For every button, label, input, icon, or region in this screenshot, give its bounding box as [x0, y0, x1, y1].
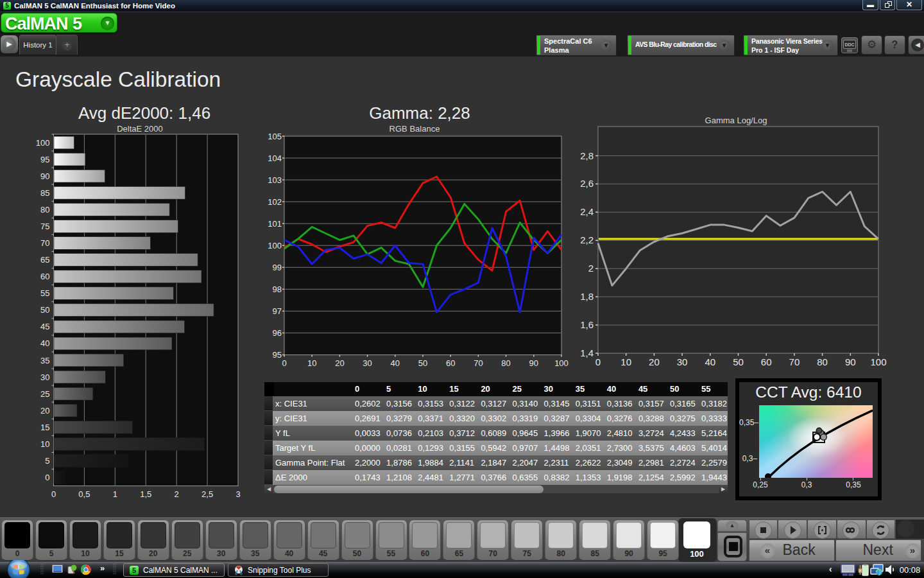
svg-text:0: 0 [51, 489, 56, 499]
svg-text:1: 1 [113, 489, 117, 499]
svg-text:96: 96 [273, 328, 282, 338]
svg-text:10: 10 [40, 439, 49, 449]
svg-text:80: 80 [817, 356, 828, 367]
svg-text:0: 0 [282, 358, 286, 368]
svg-text:40: 40 [705, 356, 715, 367]
svg-text:70: 70 [40, 238, 49, 248]
svg-text:101: 101 [268, 219, 282, 229]
svg-text:1,8: 1,8 [580, 291, 594, 302]
svg-text:30: 30 [677, 356, 688, 367]
svg-text:60: 60 [40, 272, 49, 281]
svg-text:3: 3 [235, 489, 240, 499]
svg-text:0: 0 [595, 356, 601, 367]
svg-text:60: 60 [761, 356, 772, 367]
svg-text:75: 75 [40, 222, 49, 231]
svg-text:95: 95 [273, 350, 282, 360]
svg-text:20: 20 [335, 358, 344, 368]
svg-text:15: 15 [40, 423, 49, 432]
svg-text:104: 104 [268, 153, 282, 163]
svg-text:1,5: 1,5 [140, 489, 151, 499]
svg-text:100: 100 [554, 358, 569, 368]
svg-text:55: 55 [40, 288, 49, 298]
svg-text:90: 90 [529, 358, 538, 368]
svg-text:2,5: 2,5 [201, 489, 213, 499]
svg-text:102: 102 [268, 197, 282, 207]
svg-text:30: 30 [40, 372, 49, 382]
svg-text:20: 20 [649, 356, 660, 367]
svg-text:65: 65 [40, 255, 49, 265]
svg-text:85: 85 [40, 188, 49, 198]
svg-text:80: 80 [501, 358, 510, 368]
svg-text:10: 10 [307, 358, 316, 368]
svg-text:40: 40 [40, 338, 49, 348]
svg-text:98: 98 [273, 285, 282, 294]
svg-text:40: 40 [391, 358, 400, 368]
svg-text:80: 80 [40, 205, 49, 215]
svg-text:90: 90 [845, 356, 856, 367]
svg-text:60: 60 [446, 358, 455, 368]
svg-text:2,4: 2,4 [580, 206, 594, 217]
svg-text:100: 100 [268, 241, 282, 250]
svg-text:30: 30 [363, 358, 372, 368]
svg-text:2,8: 2,8 [580, 150, 594, 161]
svg-text:10: 10 [620, 356, 631, 367]
svg-text:2: 2 [588, 263, 594, 274]
svg-text:70: 70 [474, 358, 483, 368]
svg-text:50: 50 [40, 305, 49, 315]
svg-text:45: 45 [40, 322, 49, 331]
svg-text:100: 100 [870, 356, 886, 367]
svg-text:97: 97 [273, 306, 282, 316]
svg-text:0,5: 0,5 [78, 489, 90, 499]
svg-text:1,4: 1,4 [580, 347, 594, 358]
svg-text:2,2: 2,2 [580, 234, 594, 245]
svg-text:35: 35 [40, 356, 49, 365]
svg-text:50: 50 [733, 356, 744, 367]
svg-text:90: 90 [40, 171, 49, 181]
svg-text:103: 103 [268, 175, 282, 185]
svg-text:20: 20 [40, 406, 49, 416]
svg-text:0: 0 [45, 473, 49, 482]
svg-text:95: 95 [40, 155, 49, 164]
svg-text:99: 99 [273, 263, 282, 272]
svg-text:105: 105 [268, 132, 282, 141]
svg-text:5: 5 [45, 456, 49, 466]
svg-text:100: 100 [36, 138, 50, 148]
svg-text:50: 50 [418, 358, 427, 368]
svg-text:2,6: 2,6 [580, 178, 594, 189]
svg-text:1,6: 1,6 [580, 319, 594, 330]
svg-text:25: 25 [40, 389, 49, 399]
svg-text:70: 70 [789, 356, 800, 367]
svg-text:2: 2 [175, 489, 179, 499]
